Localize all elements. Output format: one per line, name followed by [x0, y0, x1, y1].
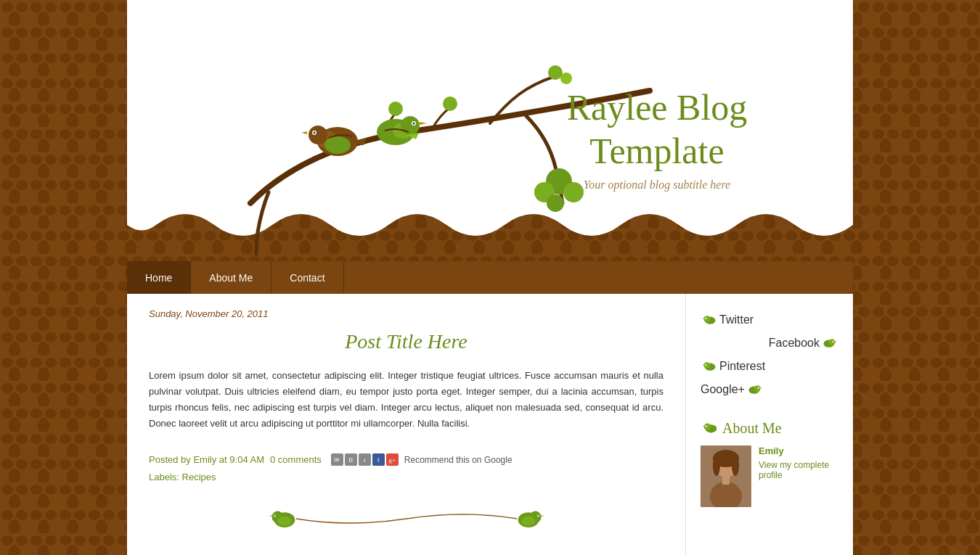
header: Raylee Blog Template Your optional blog …: [127, 0, 853, 261]
svg-point-53: [704, 424, 711, 431]
svg-point-37: [703, 316, 710, 322]
twitter-link[interactable]: Twitter: [701, 308, 838, 332]
nav-item-contact[interactable]: Contact: [271, 261, 343, 294]
facebook-share-icon[interactable]: f: [372, 453, 385, 466]
bird-icon-facebook: [822, 335, 838, 351]
googleplus-share-icon[interactable]: g+: [386, 453, 399, 466]
svg-point-46: [705, 364, 706, 366]
twitter-share-icon[interactable]: t: [359, 453, 371, 466]
profile-info: Emily View my complete profile: [759, 445, 838, 480]
nav-item-about[interactable]: About Me: [191, 261, 271, 294]
birds-divider: [149, 482, 663, 555]
post-time: 9:04 AM: [229, 454, 264, 465]
svg-point-60: [732, 456, 739, 476]
svg-point-33: [537, 516, 539, 517]
nav-item-home[interactable]: Home: [127, 261, 191, 294]
view-complete-profile[interactable]: View my complete profile: [759, 460, 838, 480]
labels-prefix: Labels:: [149, 472, 179, 482]
about-me-content: Emily View my complete profile: [701, 445, 838, 507]
svg-point-45: [703, 362, 710, 369]
header-shape: Raylee Blog Template Your optional blog …: [127, 0, 853, 261]
svg-point-11: [309, 126, 327, 144]
svg-point-38: [705, 318, 706, 319]
sidebar: Twitter Facebook: [686, 294, 853, 555]
svg-point-2: [563, 182, 584, 202]
blogthis-icon[interactable]: B: [345, 453, 357, 466]
svg-point-54: [706, 425, 707, 427]
author-sidebar-name: Emily: [759, 445, 838, 456]
post-comments[interactable]: 0 comments: [270, 454, 322, 465]
main-area: Sunday, November 20, 2011 Post Title Her…: [127, 294, 853, 555]
svg-point-49: [754, 385, 761, 392]
social-links: Twitter Facebook: [701, 308, 838, 401]
svg-point-59: [713, 456, 720, 476]
svg-point-29: [277, 517, 291, 526]
svg-marker-47: [702, 364, 704, 365]
email-share-icon[interactable]: ✉: [331, 453, 343, 466]
svg-marker-39: [702, 318, 704, 318]
about-me-section: About Me: [701, 419, 838, 507]
author-name: Emily: [193, 454, 216, 465]
svg-point-7: [560, 73, 572, 84]
bird-icon-pinterest: [701, 358, 716, 374]
pinterest-link[interactable]: Pinterest: [701, 355, 838, 378]
svg-point-50: [758, 387, 759, 389]
svg-point-42: [833, 341, 834, 342]
post-footer: Posted by Emily at 9:04 AM 0 comments ✉ …: [149, 446, 663, 466]
svg-point-17: [401, 116, 420, 135]
post-date: Sunday, November 20, 2011: [149, 308, 663, 319]
post-author: Posted by Emily at 9:04 AM: [149, 454, 264, 465]
svg-point-41: [829, 339, 836, 345]
googleplus-link[interactable]: Google+: [701, 378, 838, 401]
post-labels: Labels: Recipes: [149, 472, 663, 482]
svg-rect-62: [722, 476, 730, 485]
svg-point-27: [274, 516, 275, 517]
svg-marker-43: [835, 341, 837, 342]
svg-point-5: [443, 96, 457, 111]
bird-icon-googleplus: [748, 382, 764, 398]
svg-point-3: [547, 194, 564, 212]
svg-point-13: [314, 132, 316, 134]
recommend-btn[interactable]: Recommend this on Google: [404, 455, 513, 465]
svg-point-19: [413, 123, 415, 125]
svg-point-35: [521, 517, 535, 526]
svg-point-6: [548, 65, 563, 80]
svg-text:Your optional blog subtitle he: Your optional blog subtitle here: [584, 178, 730, 192]
main-content: Sunday, November 20, 2011 Post Title Her…: [127, 294, 686, 555]
svg-marker-51: [760, 387, 762, 388]
svg-marker-34: [541, 516, 544, 517]
svg-text:Raylee Blog: Raylee Blog: [567, 87, 748, 128]
share-icons: ✉ B t f g+: [331, 453, 399, 466]
svg-point-10: [324, 136, 351, 154]
post-title: Post Title Here: [149, 330, 663, 353]
bird-icon-twitter: [701, 312, 716, 328]
bird-icon-about: [701, 419, 718, 437]
facebook-link[interactable]: Facebook: [701, 332, 838, 355]
labels-value[interactable]: Recipes: [182, 472, 216, 482]
navigation: Home About Me Contact: [127, 261, 853, 294]
svg-marker-55: [702, 426, 704, 427]
svg-text:Template: Template: [589, 131, 724, 171]
about-me-title: About Me: [701, 419, 838, 437]
svg-point-4: [388, 102, 403, 116]
post-body: Lorem ipsum dolor sit amet, consectetur …: [149, 368, 663, 432]
profile-photo: [701, 445, 751, 507]
svg-marker-28: [268, 516, 271, 517]
